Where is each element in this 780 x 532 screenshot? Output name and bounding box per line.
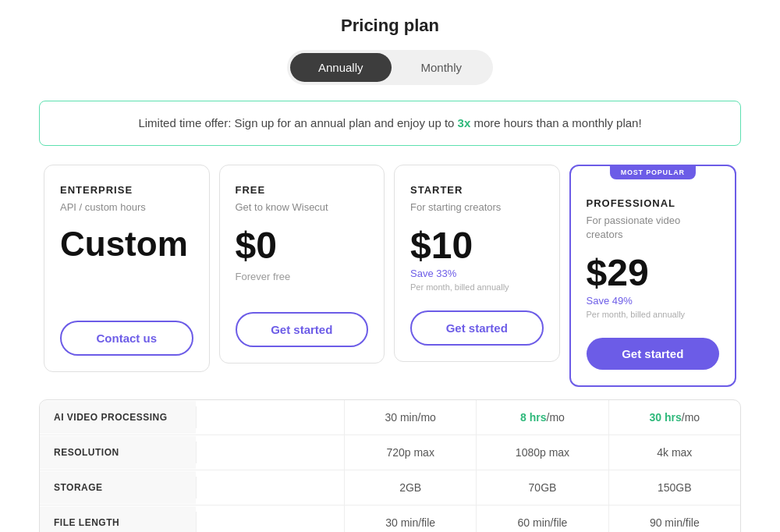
professional-cta-button[interactable]: Get started [587,338,720,370]
feat-free-ai-video: 30 min/mo [344,400,476,434]
features-table: AI VIDEO PROCESSING 30 min/mo 8 hrs/mo 3… [39,399,741,532]
pricing-cards: ENTERPRISE API / custom hours Custom Con… [39,165,741,387]
feat-label-ai-video: AI VIDEO PROCESSING [40,401,196,434]
feat-pro-resolution: 4k max [608,435,740,470]
feat-free-file-length: 30 min/file [344,505,476,532]
professional-billing: Per month, billed annually [587,310,720,319]
feat-pro-ai-video: 30 hrs/mo [608,400,740,434]
free-subtitle: Get to know Wisecut [236,200,369,215]
feat-label-file-length: FILE LENGTH [40,506,196,532]
starter-plan-name: STARTER [410,184,544,196]
starter-billing: Per month, billed annually [410,282,544,292]
annually-button[interactable]: Annually [290,53,392,82]
starter-cta-button[interactable]: Get started [410,310,544,346]
banner-highlight: 3x [458,116,471,129]
feat-starter-resolution: 1080p max [476,435,608,470]
enterprise-subtitle: API / custom hours [60,200,193,215]
feat-starter-ai-video: 8 hrs/mo [476,400,608,434]
feat-label-resolution: RESOLUTION [40,436,196,469]
professional-save: Save 49% [587,295,720,307]
feat-label-storage: STORAGE [40,471,196,504]
starter-card: STARTER For starting creators $10 Save 3… [394,165,560,362]
enterprise-price: Custom [60,227,193,261]
professional-card: MOST POPULAR PROFESSIONAL For passionate… [569,165,737,387]
starter-price: $10 [410,227,544,264]
feat-pro-storage: 150GB [608,470,740,505]
feature-row-resolution: RESOLUTION 720p max 1080p max 4k max [40,435,740,470]
enterprise-card: ENTERPRISE API / custom hours Custom Con… [44,165,210,372]
professional-price: $29 [587,254,720,292]
feat-enterprise-ai-video [196,406,344,428]
free-plan-name: FREE [236,184,369,196]
feature-row-file-length: FILE LENGTH 30 min/file 60 min/file 90 m… [40,505,740,532]
feat-free-storage: 2GB [344,470,476,505]
free-cta-button[interactable]: Get started [236,312,369,347]
feat-starter-storage: 70GB [476,470,608,505]
free-price: $0 [236,227,369,264]
monthly-button[interactable]: Monthly [393,53,491,82]
feat-enterprise-resolution [196,442,344,463]
free-billing-note: Forever free [236,271,369,282]
feat-free-resolution: 720p max [344,435,476,470]
page-title: Pricing plan [39,16,741,36]
banner-text2: more hours than a monthly plan! [473,116,641,129]
promo-banner: Limited time offer: Sign up for an annua… [39,101,741,146]
enterprise-cta-button[interactable]: Contact us [60,321,193,356]
feat-starter-file-length: 60 min/file [476,505,608,532]
starter-subtitle: For starting creators [410,200,544,215]
free-card: FREE Get to know Wisecut $0 Forever free… [219,165,385,364]
feature-row-ai-video: AI VIDEO PROCESSING 30 min/mo 8 hrs/mo 3… [40,400,740,435]
most-popular-badge: MOST POPULAR [610,165,696,179]
billing-toggle: Annually Monthly [39,50,741,85]
feat-enterprise-storage [196,477,344,498]
banner-text: Limited time offer: Sign up for an annua… [138,116,454,129]
starter-save: Save 33% [410,268,544,279]
feature-row-storage: STORAGE 2GB 70GB 150GB [40,470,740,505]
feat-enterprise-file-length [196,512,344,532]
professional-plan-name: PROFESSIONAL [587,197,720,209]
professional-subtitle: For passionate video creators [587,214,720,242]
feat-pro-file-length: 90 min/file [608,505,740,532]
enterprise-plan-name: ENTERPRISE [60,184,193,196]
